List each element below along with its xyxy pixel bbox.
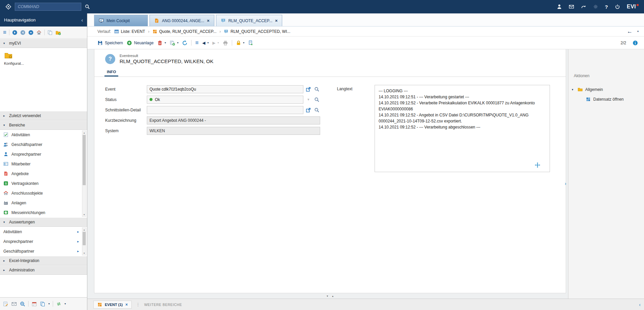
scrollbar-thumb[interactable] <box>83 232 86 245</box>
open-record-icon[interactable] <box>305 107 312 113</box>
copy-pages-icon[interactable] <box>47 30 53 35</box>
system-input <box>147 127 320 135</box>
save-button[interactable]: Speichern <box>97 40 123 46</box>
sidebar-section-bereiche[interactable]: ▾ Bereiche <box>0 120 87 130</box>
tab-mein-cockpit[interactable]: Mein Cockpit <box>94 15 148 26</box>
sidebar-item-konfiguration[interactable]: Konfigurat... <box>4 51 26 65</box>
open-record-icon[interactable] <box>305 86 312 93</box>
overflow-dots-icon[interactable]: ⋮ <box>136 302 140 307</box>
search-icon[interactable] <box>313 107 320 113</box>
move-handle-icon[interactable] <box>535 162 540 168</box>
status-field[interactable]: Ok <box>147 96 303 104</box>
sidebar-item-ansprechpartner[interactable]: Ansprechpartner <box>0 149 87 159</box>
refresh-icon[interactable] <box>182 40 187 46</box>
help-icon[interactable]: ? <box>605 4 608 10</box>
sidebar-item-anlagen[interactable]: Anlagen <box>0 198 87 208</box>
calendar-icon[interactable] <box>32 301 37 307</box>
sidebar-section-auswertungen[interactable]: ▾ Auswertungen <box>0 217 87 227</box>
delete-button[interactable]: ▾ <box>157 40 166 46</box>
command-input[interactable] <box>15 3 81 11</box>
menu-icon[interactable]: ≡ <box>3 30 6 35</box>
weitere-bereiche-label[interactable]: WEITERE BEREICHE <box>144 303 182 307</box>
history-dropdown-icon[interactable]: ▾ <box>637 30 639 33</box>
dropdown-caret-icon[interactable]: ▾ <box>305 96 312 103</box>
list-menu-icon[interactable]: ≡ <box>195 40 199 46</box>
breadcrumb-rlm-quote-accepted[interactable]: ? RLM_QUOTE_ACCEPTED, WI... <box>224 29 290 34</box>
redo-icon[interactable] <box>581 4 586 9</box>
event-input[interactable] <box>147 85 303 93</box>
close-tab-icon[interactable]: × <box>207 18 210 23</box>
action-datensatz-oeffnen[interactable]: Datensatz öffnen <box>568 92 644 102</box>
forward-circle-icon[interactable] <box>12 30 17 35</box>
sidebar-section-excel-integration[interactable]: ▸ Excel-Integration <box>0 256 87 265</box>
up-circle-icon[interactable] <box>28 30 34 35</box>
sidebar-item-mitarbeiter[interactable]: Mitarbeiter <box>0 159 87 169</box>
sidebar-item-auswertung-aktivitaeten[interactable]: Aktivitäten ▸ <box>0 227 87 237</box>
caret-down-icon[interactable]: ▾ <box>48 302 50 305</box>
scroll-down-icon[interactable]: ▾ <box>84 213 85 216</box>
sidebar-item-auswertung-ansprechpartner[interactable]: Ansprechpartner ▸ <box>0 237 87 246</box>
breadcrumb-liste-event[interactable]: Liste: EVENT <box>114 29 145 34</box>
new-record-button[interactable]: Neuanlage <box>127 40 154 46</box>
bereiche-scrollbar[interactable]: ▴ ▾ <box>82 131 86 217</box>
export-icon[interactable] <box>248 40 254 46</box>
tab-ang-0000244[interactable]: ANG 0000244, ANGE... × <box>149 15 214 26</box>
previous-record-button[interactable]: ◀ ▾ <box>202 41 209 45</box>
scroll-up-icon[interactable]: ▴ <box>84 228 85 231</box>
close-tab-icon[interactable]: × <box>275 18 278 23</box>
breadcrumb-quote[interactable]: Quote, RLM_QUOTE_ACCEP... <box>153 29 217 34</box>
dropdown-caret-icon[interactable]: ▾ <box>207 41 209 44</box>
back-circle-icon[interactable] <box>20 30 26 35</box>
sidebar-section-zuletzt-verwendet[interactable]: ▸ Zuletzt verwendet <box>0 111 87 120</box>
sidebar-item-aktivitaeten[interactable]: Aktivitäten <box>0 130 87 140</box>
settings-icon[interactable] <box>593 4 598 9</box>
sidebar-item-angebote[interactable]: Angebote <box>0 169 87 178</box>
scrollbar-thumb[interactable] <box>83 135 86 185</box>
dropdown-caret-icon: ▾ <box>218 41 219 44</box>
duplicate-button[interactable]: ▾ <box>170 40 178 46</box>
new-folder-icon[interactable] <box>55 30 61 35</box>
sidebar-section-administration[interactable]: ▸ Administration <box>0 265 87 275</box>
dropdown-caret-icon[interactable]: ▾ <box>177 41 178 44</box>
back-arrow-icon[interactable]: ← <box>627 28 633 35</box>
sidebar-item-messeinrichtungen[interactable]: Messeinrichtungen <box>0 208 87 217</box>
collapse-up-icon[interactable]: ▴ <box>332 295 334 298</box>
search-icon[interactable] <box>85 4 90 9</box>
globe-search-icon[interactable] <box>20 301 25 307</box>
sidebar-section-myevi[interactable]: ▾ myEVI <box>0 39 87 48</box>
home-icon[interactable] <box>36 30 42 35</box>
mail-icon[interactable] <box>569 4 574 9</box>
bottom-tab-event[interactable]: EVENT (1) × <box>93 301 132 309</box>
sync-icon[interactable] <box>56 301 61 307</box>
dropdown-caret-icon[interactable]: ▾ <box>243 41 245 44</box>
close-bottom-tab-icon[interactable]: × <box>125 302 128 307</box>
lock-button[interactable]: ▾ <box>236 40 245 46</box>
sidebar-item-anschlussobjekte[interactable]: Anschlussobjekte <box>0 188 87 198</box>
panel-expander-icon[interactable]: › <box>565 181 566 186</box>
sidebar-item-vertragskonten[interactable]: S Vertragskonten <box>0 178 87 188</box>
sidebar-item-auswertung-geschaeftspartner[interactable]: Geschäftspartner ▸ <box>0 246 87 256</box>
search-icon[interactable] <box>313 96 320 103</box>
sidebar-item-geschaeftspartner[interactable]: Geschäftspartner <box>0 140 87 149</box>
edit-note-icon[interactable] <box>3 301 8 307</box>
dropdown-caret-icon[interactable]: ▾ <box>165 41 166 44</box>
scroll-up-icon[interactable]: ▴ <box>84 131 85 134</box>
copy-icon[interactable] <box>40 301 45 307</box>
mail-icon[interactable] <box>11 301 17 307</box>
schnittstellen-detail-input[interactable] <box>147 106 303 114</box>
power-icon[interactable] <box>615 4 620 9</box>
auswertungen-scrollbar[interactable]: ▴ ▾ <box>82 227 86 255</box>
tab-rlm-quote-accepted[interactable]: ? RLM_QUOTE_ACCEP... × <box>216 15 283 26</box>
next-record-button[interactable]: ▶ ▾ <box>212 41 219 45</box>
langtext-field[interactable]: --- LOGGING --- 14.10.2021 09:12:51 - --… <box>375 85 550 172</box>
user-icon[interactable] <box>557 4 562 9</box>
caret-down-icon[interactable]: ▾ <box>65 302 66 305</box>
aktionen-group-allgemein[interactable]: ▾ Allgemein <box>568 78 644 92</box>
tab-info[interactable]: INFO <box>104 67 118 76</box>
collapse-sidebar-icon[interactable]: ‹ <box>81 17 83 23</box>
expand-left-icon[interactable]: ‹ <box>639 302 641 307</box>
info-icon[interactable] <box>633 40 638 46</box>
collapse-down-icon[interactable]: ▾ <box>327 295 328 298</box>
scroll-down-icon[interactable]: ▾ <box>84 252 85 255</box>
search-icon[interactable] <box>313 86 320 93</box>
